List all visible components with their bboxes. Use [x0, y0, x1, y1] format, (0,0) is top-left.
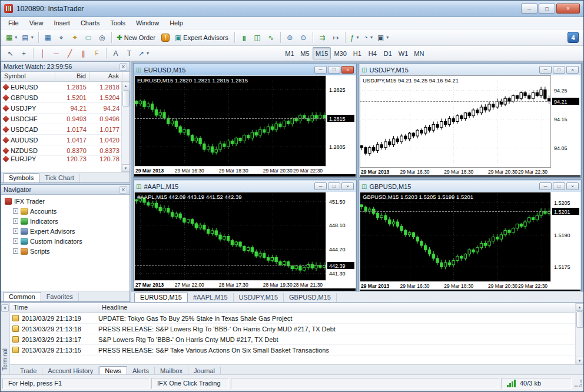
- timeframe-m1[interactable]: M1: [282, 47, 297, 59]
- new-chart-button[interactable]: ▦ ▾: [4, 31, 19, 44]
- chart-window-usdjpy-m15[interactable]: ◫ USDJPY,M15 ─ □ × 94.2594.2194.1594.052…: [359, 63, 582, 178]
- close-button[interactable]: ×: [566, 182, 579, 190]
- strategy-tester-button[interactable]: ◎: [95, 31, 109, 44]
- scroll-down-icon[interactable]: ▼: [576, 357, 584, 364]
- zoom-out-button[interactable]: ⊖: [297, 31, 310, 44]
- news-row[interactable]: 2013/03/29 21:13:17 S&P Lowers Rtg To 'B…: [10, 334, 583, 345]
- column-headline[interactable]: Headline: [98, 303, 583, 313]
- expand-icon[interactable]: +: [13, 208, 18, 214]
- chart-window-eurusd-m15[interactable]: ◫ EURUSD,M15 ─ □ × 1.28251.28151.280529 …: [133, 63, 357, 178]
- minimize-button[interactable]: ─: [521, 4, 537, 14]
- table-row[interactable]: USDCHF 0.9493 0.9496: [1, 114, 130, 124]
- market-watch-titlebar[interactable]: Market Watch: 23:59:56 ×: [1, 62, 130, 72]
- candlestick-chart-aapl[interactable]: 451.50448.10444.70442.39441.3027 Mar 201…: [134, 192, 356, 291]
- table-row[interactable]: USDJPY 94.21 94.24: [1, 103, 130, 114]
- minimize-button[interactable]: ─: [314, 66, 327, 74]
- menu-tools[interactable]: Tools: [105, 18, 131, 28]
- navigator-item-expert-advisors[interactable]: + Expert Advisors: [1, 226, 130, 236]
- resize-grip[interactable]: [575, 380, 582, 387]
- tab-symbols[interactable]: Symbols: [3, 173, 39, 182]
- expand-icon[interactable]: +: [13, 238, 18, 244]
- tab-favorites[interactable]: Favorites: [41, 293, 79, 301]
- channel-button[interactable]: ∥: [77, 47, 90, 60]
- chart-window-gbpusd-m15[interactable]: ◫ GBPUSD,M15 ─ □ × 1.52051.52011.51901.5…: [359, 180, 582, 292]
- navigator-root[interactable]: IFX Trader: [1, 196, 130, 206]
- navigator-item-indicators[interactable]: + Indicators: [1, 216, 130, 226]
- chart-tab-aapl[interactable]: #AAPL,M15: [188, 293, 234, 302]
- menu-charts[interactable]: Charts: [75, 18, 105, 28]
- crosshair-button[interactable]: +: [17, 47, 31, 60]
- scrollbar-vertical[interactable]: ▲ ▼: [121, 82, 130, 172]
- minimize-button[interactable]: ─: [314, 182, 327, 190]
- menu-file[interactable]: File: [3, 18, 24, 28]
- table-row[interactable]: AUDUSD 1.0417 1.0420: [1, 135, 130, 145]
- scrollbar-vertical[interactable]: ▲ ▼: [575, 303, 583, 364]
- data-window-button[interactable]: ⌖: [55, 31, 68, 44]
- scroll-up-icon[interactable]: ▲: [122, 82, 130, 89]
- new-order-button[interactable]: ✚ New Order: [114, 31, 159, 44]
- close-icon[interactable]: ×: [120, 63, 127, 71]
- menu-help[interactable]: Help: [164, 18, 188, 28]
- news-row[interactable]: 2013/03/29 21:13:15 PRESS RELEASE: S&P T…: [10, 345, 583, 356]
- scrollbar-thumb[interactable]: [122, 90, 130, 107]
- timeframe-h4[interactable]: H4: [365, 47, 380, 59]
- vertical-line-button[interactable]: │: [36, 47, 49, 60]
- market-watch-toggle-button[interactable]: ▦: [41, 31, 55, 44]
- horizontal-line-button[interactable]: ─: [49, 47, 63, 60]
- close-button[interactable]: ×: [566, 66, 579, 74]
- minimize-button[interactable]: ─: [539, 66, 552, 74]
- expert-advisors-button[interactable]: ▣ Expert Advisors: [172, 31, 232, 44]
- profiles-button[interactable]: ▤ ▾: [19, 31, 35, 44]
- text-label-button[interactable]: T: [122, 47, 136, 60]
- timeframe-m5[interactable]: M5: [297, 47, 313, 59]
- timeframe-w1[interactable]: W1: [396, 47, 412, 59]
- navigator-item-custom-indicators[interactable]: + Custom Indicators: [1, 236, 130, 246]
- news-row[interactable]: 2013/03/29 21:13:19 UPDATE: Tokyo Gas To…: [10, 313, 583, 324]
- navigator-item-accounts[interactable]: + Accounts: [1, 206, 130, 216]
- table-row[interactable]: EURJPY 120.73 120.78: [1, 156, 130, 162]
- maximize-button[interactable]: □: [553, 66, 565, 74]
- auto-scroll-button[interactable]: ⇉: [316, 31, 329, 44]
- candlestick-chart-gbpusd[interactable]: 1.52051.52011.51901.517529 Mar 201329 Ma…: [360, 192, 580, 291]
- menu-view[interactable]: View: [24, 18, 49, 28]
- chart-window-aapl-m15[interactable]: ◫ #AAPL,M15 ─ □ × 451.50448.10444.70442.…: [133, 180, 357, 292]
- timeframe-d1[interactable]: D1: [380, 47, 396, 59]
- line-chart-button[interactable]: ∿: [264, 31, 278, 44]
- zoom-in-button[interactable]: ⊕: [283, 31, 297, 44]
- cursor-button[interactable]: ↖: [4, 47, 17, 60]
- expand-icon[interactable]: +: [13, 248, 18, 254]
- column-time[interactable]: Time: [10, 303, 98, 313]
- close-button[interactable]: ×: [556, 4, 580, 14]
- chart-window-titlebar[interactable]: ◫ EURUSD,M15 ─ □ ×: [134, 64, 356, 75]
- chart-tab-gbpusd[interactable]: GBPUSD,M15: [284, 293, 337, 302]
- notification-badge[interactable]: 4: [568, 32, 579, 43]
- maximize-button[interactable]: □: [553, 182, 565, 190]
- news-row[interactable]: 2013/03/29 21:13:18 PRESS RELEASE: S&P L…: [10, 324, 583, 334]
- bar-chart-button[interactable]: |||: [237, 31, 251, 44]
- alert-button[interactable]: !: [159, 31, 172, 44]
- chart-tab-eurusd[interactable]: EURUSD,M15: [134, 293, 188, 302]
- maximize-button[interactable]: □: [328, 182, 340, 190]
- close-button[interactable]: ×: [341, 66, 354, 74]
- navigator-titlebar[interactable]: Navigator ×: [1, 185, 130, 195]
- column-symbol[interactable]: Symbol: [1, 72, 55, 81]
- column-ask[interactable]: Ask: [89, 72, 122, 81]
- column-bid[interactable]: Bid: [55, 72, 89, 81]
- trendline-button[interactable]: ╱: [63, 47, 77, 60]
- chart-window-titlebar[interactable]: ◫ #AAPL,M15 ─ □ ×: [134, 181, 356, 192]
- candlestick-chart-usdjpy[interactable]: 94.2594.2194.1594.0529 Mar 201329 Mar 16…: [360, 75, 580, 177]
- chart-window-titlebar[interactable]: ◫ GBPUSD,M15 ─ □ ×: [360, 181, 580, 192]
- terminal-toggle-button[interactable]: ▭: [82, 31, 95, 44]
- navigator-item-scripts[interactable]: + Scripts: [1, 246, 130, 256]
- chart-window-titlebar[interactable]: ◫ USDJPY,M15 ─ □ ×: [360, 64, 580, 75]
- timeframe-m15[interactable]: M15: [313, 47, 331, 59]
- tab-common[interactable]: Common: [3, 292, 41, 301]
- expand-icon[interactable]: +: [13, 228, 18, 234]
- maximize-button[interactable]: □: [539, 4, 555, 14]
- table-row[interactable]: GBPUSD 1.5201 1.5204: [1, 92, 130, 103]
- periods-button[interactable]: ◔ ▾: [361, 31, 375, 44]
- fibonacci-button[interactable]: F: [90, 47, 104, 60]
- scroll-down-icon[interactable]: ▼: [122, 164, 130, 172]
- timeframe-h1[interactable]: H1: [350, 47, 365, 59]
- table-row[interactable]: EURUSD 1.2815 1.2818: [1, 82, 130, 92]
